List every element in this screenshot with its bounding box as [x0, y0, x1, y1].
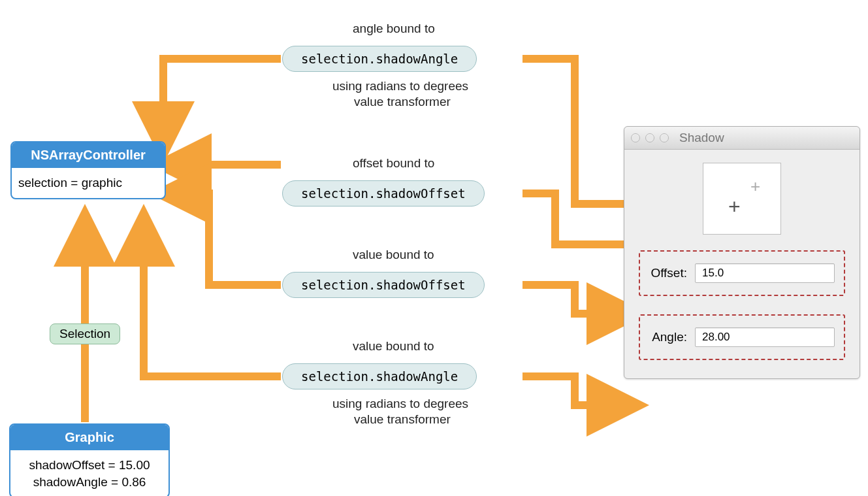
plus-shadow-icon: + [750, 178, 760, 195]
graphic-box: Graphic shadowOffset = 15.00 shadowAngle… [9, 423, 170, 496]
binding-1-keypath: selection.shadowOffset [282, 180, 485, 207]
offset-field[interactable]: 15.0 [695, 263, 835, 283]
binding-3-keypath: selection.shadowAngle [282, 363, 477, 389]
zoom-icon[interactable] [660, 133, 669, 142]
window-traffic-lights[interactable] [631, 133, 669, 142]
binding-0-above: angle bound to [353, 21, 435, 37]
binding-2-above: value bound to [353, 247, 434, 263]
offset-label: Offset: [649, 266, 687, 280]
window-titlebar[interactable]: Shadow [624, 127, 860, 150]
binding-0-below1: using radians to degrees [332, 78, 468, 94]
offset-group: Offset: 15.0 [639, 250, 845, 296]
graphic-body: shadowOffset = 15.00 shadowAngle = 0.86 [10, 450, 169, 496]
binding-3-above: value bound to [353, 339, 434, 354]
angle-field[interactable]: 28.00 [695, 327, 835, 347]
graphic-line2: shadowAngle = 0.86 [17, 474, 162, 491]
window-title: Shadow [679, 131, 724, 145]
graphic-line1: shadowOffset = 15.00 [17, 457, 162, 474]
selection-pill: Selection [50, 323, 120, 344]
minimize-icon[interactable] [645, 133, 654, 142]
nsarraycontroller-title: NSArrayController [12, 142, 165, 168]
shadow-window: Shadow + + Offset: 15.0 Angle: 28.00 [624, 126, 860, 379]
binding-3-below2: value transformer [354, 412, 451, 427]
plus-icon: + [728, 196, 741, 217]
window-content: + + Offset: 15.0 Angle: 28.00 [624, 150, 860, 378]
shadow-preview[interactable]: + + [703, 163, 781, 235]
nsarraycontroller-body: selection = graphic [12, 168, 165, 198]
binding-0-below2: value transformer [354, 94, 451, 110]
angle-label: Angle: [649, 330, 687, 344]
binding-0-keypath: selection.shadowAngle [282, 46, 477, 72]
graphic-title: Graphic [10, 425, 169, 450]
nsarraycontroller-box: NSArrayController selection = graphic [10, 141, 166, 199]
binding-1-above: offset bound to [353, 156, 434, 171]
binding-2-keypath: selection.shadowOffset [282, 272, 485, 298]
binding-3-below1: using radians to degrees [332, 396, 468, 412]
angle-group: Angle: 28.00 [639, 314, 845, 360]
close-icon[interactable] [631, 133, 640, 142]
